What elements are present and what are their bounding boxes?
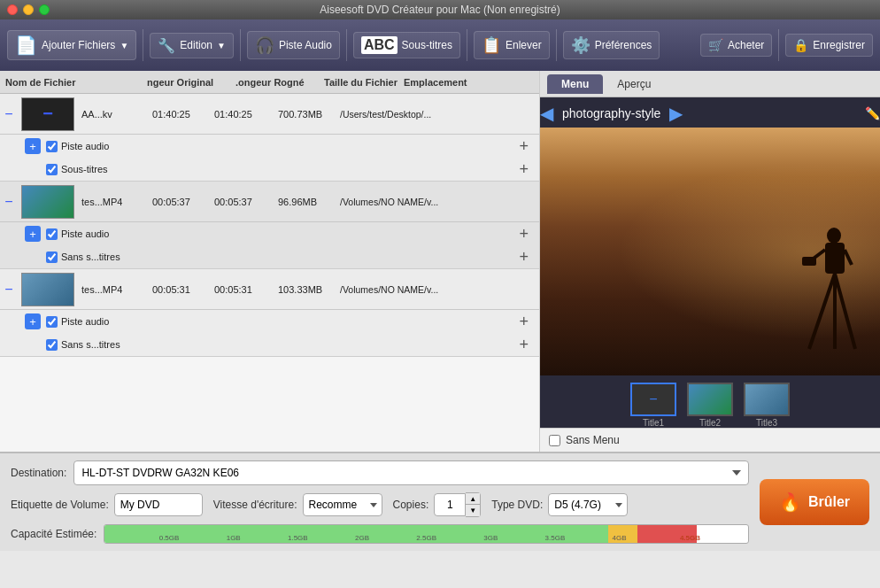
destination-select[interactable]: HL-DT-ST DVDRW GA32N KE06 <box>73 460 749 485</box>
sous-titres-button[interactable]: ABC Sous-titres <box>353 32 460 58</box>
svg-line-2 <box>809 274 835 349</box>
audio-label-1: Piste audio <box>61 141 519 151</box>
maximize-button[interactable] <box>39 4 50 15</box>
table-row: − − AA...kv 01:40:25 01:40:25 700.73MB /… <box>0 94 539 182</box>
audio-check-3[interactable] <box>46 316 58 328</box>
file-size-3: 103.33MB <box>274 284 336 295</box>
file-trim-3: 00:05:31 <box>211 284 274 295</box>
sub-check-1[interactable] <box>46 164 58 175</box>
enregistrer-icon: 🔒 <box>793 38 808 52</box>
title-thumb-label-3: Title3 <box>756 418 777 428</box>
add-files-button[interactable]: 📄 Ajouter Fichiers ▼ <box>7 30 136 60</box>
add-audio-track-1[interactable]: + <box>519 137 529 156</box>
file-size-1: 700.73MB <box>274 109 336 120</box>
minimize-button[interactable] <box>23 4 34 15</box>
add-subtitle-3[interactable]: + <box>519 336 529 354</box>
cart-icon: 🛒 <box>708 38 723 52</box>
header-location: Emplacement <box>398 77 539 88</box>
file-audio-row-2: + Piste audio + <box>0 222 539 245</box>
file-sub-row-1: Sous-titres + <box>0 158 539 181</box>
title-thumb-2[interactable]: Title2 <box>687 383 733 428</box>
file-orig-1: 01:40:25 <box>149 109 211 120</box>
audio-check-1[interactable] <box>46 141 58 152</box>
enregistrer-button[interactable]: 🔒 Enregistrer <box>785 34 873 57</box>
toolbar-separator-5 <box>556 29 557 61</box>
file-list-panel: Nom de Fichier ngeur Original .ongeur Ro… <box>0 71 540 452</box>
edit-style-icon[interactable]: ✏️ <box>865 106 880 120</box>
copies-up-arrow[interactable]: ▲ <box>466 493 480 505</box>
add-audio-3-button[interactable]: + <box>25 313 41 329</box>
file-thumb-2 <box>21 185 74 219</box>
add-files-icon: 📄 <box>15 35 37 56</box>
add-audio-track-2[interactable]: + <box>519 225 529 244</box>
thumb1-minus: − <box>649 391 657 407</box>
file-sub-row-3: Sans s...titres + <box>0 333 539 356</box>
copies-input[interactable] <box>434 493 466 516</box>
copies-down-arrow[interactable]: ▼ <box>466 505 480 516</box>
svg-point-0 <box>827 228 841 244</box>
file-audio-row-1: + Piste audio + <box>0 135 539 158</box>
header-size: Taille du Fichier <box>319 77 398 88</box>
edition-icon: 🔧 <box>158 37 175 54</box>
remove-file-3-button[interactable]: − <box>0 282 18 298</box>
title-thumb-1[interactable]: − Title1 <box>630 383 676 428</box>
sub-label-2: Sans s...titres <box>61 251 519 262</box>
add-subtitle-1[interactable]: + <box>519 160 529 179</box>
title-bar: Aiseesoft DVD Créateur pour Mac (Non enr… <box>0 0 880 19</box>
sans-menu-checkbox[interactable] <box>549 435 560 446</box>
file-name-1: AA...kv <box>78 109 149 120</box>
title-thumb-img-1: − <box>630 383 676 416</box>
toolbar-separator-3 <box>346 29 347 61</box>
burn-label: Brûler <box>808 494 850 510</box>
file-list-body: − − AA...kv 01:40:25 01:40:25 700.73MB /… <box>0 94 539 452</box>
remove-file-2-button[interactable]: − <box>0 194 18 210</box>
window-title: Aiseesoft DVD Créateur pour Mac (Non enr… <box>320 4 560 16</box>
audio-check-2[interactable] <box>46 228 58 240</box>
sub-check-2[interactable] <box>46 251 58 263</box>
table-row: − tes...MP4 00:05:37 00:05:37 96.96MB /V… <box>0 182 539 269</box>
destination-label: Destination: <box>11 467 66 479</box>
tab-apercu[interactable]: Aperçu <box>603 74 665 94</box>
acheter-button[interactable]: 🛒 Acheter <box>700 34 772 57</box>
prev-right-arrow[interactable]: ▶ <box>669 103 683 124</box>
piste-audio-button[interactable]: 🎧 Piste Audio <box>247 31 340 59</box>
title-thumb-img-2 <box>687 383 733 416</box>
thumb-minus-icon: − <box>42 104 53 124</box>
headphones-icon: 🎧 <box>255 35 274 55</box>
volume-input[interactable] <box>114 493 203 516</box>
add-subtitle-2[interactable]: + <box>519 248 529 267</box>
dvd-type-label: Type DVD: <box>491 499 543 511</box>
file-thumb-3 <box>21 273 74 306</box>
prev-left-arrow[interactable]: ◀ <box>540 103 553 124</box>
preview-panel: Menu Aperçu ◀ photography-style ▶ ✏️ <box>540 71 880 452</box>
toolbar-separator-4 <box>467 29 467 61</box>
toolbar-separator-2 <box>240 29 241 61</box>
add-audio-1-button[interactable]: + <box>25 138 41 154</box>
file-list-header: Nom de Fichier ngeur Original .ongeur Ro… <box>0 71 539 94</box>
file-orig-2: 00:05:37 <box>149 197 211 207</box>
write-speed-select[interactable]: Recomme <box>303 493 382 516</box>
destination-row: Destination: HL-DT-ST DVDRW GA32N KE06 <box>11 460 749 485</box>
burn-button[interactable]: 🔥 Brûler <box>760 479 869 525</box>
dvd-type-select[interactable]: D5 (4.7G) <box>548 493 628 516</box>
bottom-bar: Destination: HL-DT-ST DVDRW GA32N KE06 E… <box>0 452 880 551</box>
copies-spinner: ▲ ▼ <box>434 492 481 517</box>
file-trim-1: 01:40:25 <box>211 109 274 120</box>
tab-menu[interactable]: Menu <box>547 74 603 94</box>
close-button[interactable] <box>7 4 18 15</box>
add-audio-2-button[interactable]: + <box>25 226 41 242</box>
capacity-fill <box>104 525 696 543</box>
volume-group: Etiquette de Volume: <box>11 493 203 516</box>
subtitle-icon: ABC <box>361 36 398 54</box>
enlever-button[interactable]: 📋 Enlever <box>474 31 550 59</box>
edition-button[interactable]: 🔧 Edition ▼ <box>150 33 234 58</box>
preferences-button[interactable]: ⚙️ Préférences <box>563 31 660 59</box>
title-thumb-3[interactable]: Title3 <box>744 383 790 428</box>
file-main-row-1: − − AA...kv 01:40:25 01:40:25 700.73MB /… <box>0 94 539 135</box>
file-loc-3: /Volumes/NO NAME/v... <box>336 284 539 295</box>
add-audio-track-3[interactable]: + <box>519 313 529 331</box>
capacity-row: Capacité Estimée: 0.5GB 1GB 1.5GB 2GB 2.… <box>11 524 749 544</box>
sub-check-3[interactable] <box>46 339 58 351</box>
remove-file-1-button[interactable]: − <box>0 106 18 122</box>
toolbar-separator-6 <box>778 29 779 61</box>
